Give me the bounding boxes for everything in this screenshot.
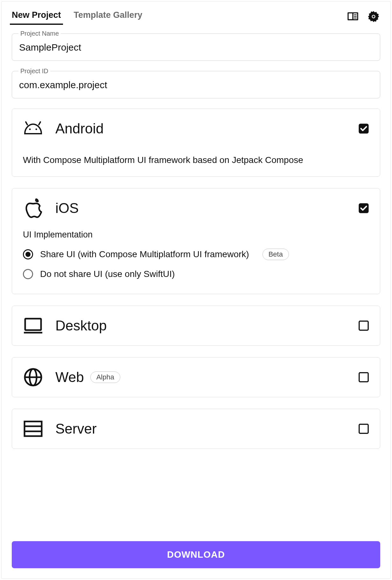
platform-header-desktop[interactable]: Desktop (23, 315, 369, 336)
beta-badge: Beta (262, 249, 289, 260)
android-icon (23, 118, 43, 139)
project-id-field: Project ID (12, 71, 380, 98)
top-bar: New Project Template Gallery (12, 10, 380, 25)
platform-card-desktop: Desktop (12, 306, 380, 346)
svg-point-4 (373, 16, 374, 18)
svg-rect-21 (359, 424, 368, 433)
checkbox-android[interactable] (358, 123, 369, 134)
platform-header-server[interactable]: Server (23, 419, 369, 439)
svg-line-6 (39, 122, 40, 125)
platform-header-android[interactable]: Android (23, 118, 369, 139)
platform-card-server: Server (12, 409, 380, 449)
svg-rect-1 (354, 16, 356, 17)
platform-card-ios: iOS UI Implementation Share UI (with Com… (12, 188, 380, 294)
radio-unselected-icon (23, 269, 33, 279)
project-name-label: Project Name (18, 30, 61, 37)
platform-card-web: Web Alpha (12, 357, 380, 397)
project-name-input[interactable] (19, 42, 373, 53)
svg-rect-2 (354, 18, 356, 18)
ios-radio-share-ui[interactable]: Share UI (with Compose Multiplatform UI … (23, 244, 369, 265)
platform-header-web[interactable]: Web Alpha (23, 367, 369, 387)
ios-radio-share-label: Share UI (with Compose Multiplatform UI … (40, 249, 249, 259)
checkbox-desktop[interactable] (358, 320, 369, 331)
platform-title-desktop: Desktop (55, 318, 358, 334)
ios-ui-impl-label: UI Implementation (23, 230, 369, 240)
download-button[interactable]: DOWNLOAD (12, 541, 380, 568)
svg-rect-0 (354, 14, 356, 15)
platform-title-web: Web (55, 369, 84, 385)
docs-icon[interactable] (346, 10, 359, 24)
apple-icon (23, 198, 43, 218)
platform-header-ios[interactable]: iOS (23, 198, 369, 218)
tab-template-gallery[interactable]: Template Gallery (74, 10, 143, 25)
platform-title-ios: iOS (55, 200, 358, 216)
svg-rect-13 (359, 321, 368, 330)
checkbox-server[interactable] (358, 423, 369, 434)
web-icon (23, 367, 43, 387)
svg-rect-11 (25, 319, 41, 330)
svg-point-7 (29, 129, 31, 130)
ios-radio-noshare-ui[interactable]: Do not share UI (use only SwiftUI) (23, 265, 369, 284)
ios-radio-noshare-label: Do not share UI (use only SwiftUI) (40, 269, 175, 279)
settings-icon[interactable] (367, 10, 380, 25)
platform-title-server: Server (55, 421, 358, 437)
tab-strip: New Project Template Gallery (12, 10, 142, 25)
desktop-icon (23, 315, 43, 336)
project-name-field: Project Name (12, 33, 380, 61)
project-id-label: Project ID (18, 67, 50, 75)
alpha-badge: Alpha (90, 371, 120, 383)
platform-title-android: Android (55, 121, 358, 137)
checkbox-ios[interactable] (358, 203, 369, 214)
tab-new-project[interactable]: New Project (12, 10, 61, 25)
platform-desc-android: With Compose Multiplatform UI framework … (23, 154, 369, 166)
svg-line-5 (26, 122, 27, 125)
svg-rect-17 (359, 373, 368, 382)
platform-card-android: Android With Compose Multiplatform UI fr… (12, 109, 380, 177)
svg-rect-18 (24, 421, 42, 436)
server-icon (23, 419, 43, 439)
project-id-input[interactable] (19, 80, 373, 90)
checkbox-web[interactable] (358, 372, 369, 383)
svg-point-8 (36, 129, 37, 130)
radio-selected-icon (23, 249, 33, 259)
top-icons (346, 10, 380, 25)
wizard-container: New Project Template Gallery Project Nam… (1, 1, 391, 579)
